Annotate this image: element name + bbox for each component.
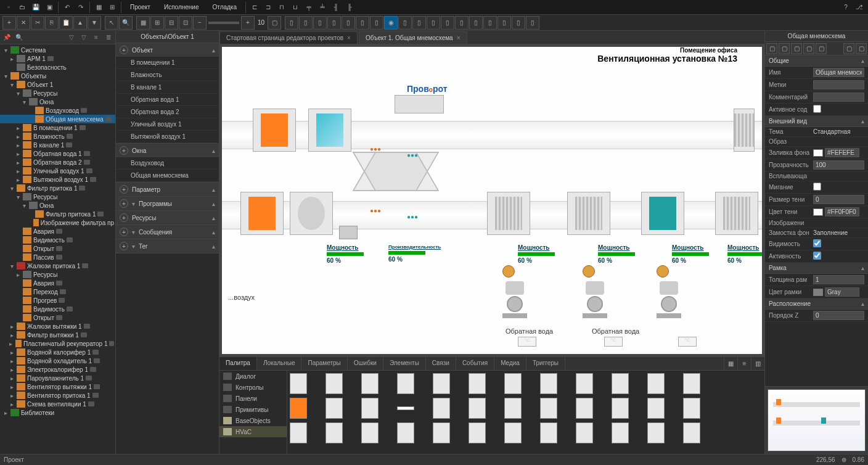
pal-item[interactable] <box>361 422 379 443</box>
tab-mnemo[interactable]: Объект 1. Общая мнемосхема× <box>359 31 467 44</box>
tool-zoomin-icon[interactable]: + <box>241 16 255 30</box>
tool-zoom-icon[interactable]: 🔍 <box>119 16 133 30</box>
pal-item[interactable] <box>433 422 450 443</box>
tool-add-icon[interactable]: + <box>2 16 16 30</box>
prop-name-input[interactable] <box>813 68 864 77</box>
pal-tab-triggers[interactable]: Триггеры <box>526 357 565 370</box>
pal-cat-hvac[interactable]: HVaC <box>219 426 287 437</box>
pal-item[interactable] <box>397 406 414 410</box>
props-sec-frame[interactable]: Рамка▴ <box>765 263 868 274</box>
pal-item[interactable] <box>290 373 307 394</box>
mid-item[interactable]: Влажность <box>116 69 219 81</box>
tool-front-icon[interactable]: ▲ <box>73 16 87 30</box>
pal-item[interactable] <box>576 373 593 394</box>
tool-pointer-icon[interactable]: ↖ <box>105 16 118 30</box>
mid-sec-resources[interactable]: +Ресурсы▴ <box>116 211 219 224</box>
pal-tab-events[interactable]: События <box>456 357 494 370</box>
pal-item[interactable] <box>504 373 522 394</box>
tree-filter2-icon[interactable]: ▽ <box>78 32 89 43</box>
tool-a2-icon[interactable]: ▯ <box>299 16 313 30</box>
pal-tab-errors[interactable]: Ошибки <box>348 357 383 370</box>
rp-btn6-icon[interactable]: ▢ <box>843 43 854 54</box>
rp-btn7-icon[interactable]: ▢ <box>856 43 867 54</box>
tree-pin-icon[interactable]: 📌 <box>1 32 12 43</box>
tool-a8-icon[interactable]: ◉ <box>384 16 398 30</box>
align-icon-8[interactable]: ╟ <box>343 1 356 14</box>
pal-item[interactable] <box>361 398 379 419</box>
pal-item[interactable] <box>647 373 665 394</box>
mid-sec-param[interactable]: +Параметр▴ <box>116 183 219 196</box>
extra-icon[interactable]: ⎇ <box>853 1 866 14</box>
align-icon-6[interactable]: ╧ <box>316 1 329 14</box>
pal-item[interactable] <box>540 373 557 394</box>
view-cols-icon[interactable]: ▥ <box>751 357 764 370</box>
undo-icon[interactable]: ↶ <box>61 1 73 14</box>
pal-cat-primitives[interactable]: Примитивы <box>219 404 287 415</box>
tool-a17-icon[interactable]: ▯ <box>512 16 525 30</box>
tool-a12-icon[interactable]: ▯ <box>441 16 454 30</box>
mid-item[interactable]: Вытяжной воздух 1 <box>116 131 219 143</box>
mid-item[interactable]: Обратная вода 2 <box>116 106 219 118</box>
pal-item[interactable] <box>433 373 450 394</box>
pal-tab-elements[interactable]: Элементы <box>383 357 426 370</box>
pal-item[interactable] <box>290 422 307 443</box>
tree-search-icon[interactable]: 🔍 <box>14 32 25 43</box>
tool-a11-icon[interactable]: ▯ <box>427 16 440 30</box>
tool-a18-icon[interactable]: ▯ <box>526 16 539 30</box>
mid-item[interactable]: Воздуховод <box>116 157 219 170</box>
align-icon-7[interactable]: ╢ <box>330 1 342 14</box>
props-sec-general[interactable]: Общие▴ <box>765 56 868 67</box>
pal-item[interactable] <box>397 422 414 443</box>
pal-item[interactable] <box>361 373 379 394</box>
props-sec-appearance[interactable]: Внешний вид▴ <box>765 116 868 127</box>
tool-a7-icon[interactable]: ▯ <box>370 16 383 30</box>
prop-blink-checkbox[interactable] <box>813 183 821 191</box>
pal-cat-panels[interactable]: Панели <box>219 393 287 404</box>
pal-item[interactable] <box>576 422 593 443</box>
tool-a9-icon[interactable]: ▯ <box>398 16 412 30</box>
tab-startpage[interactable]: Стартовая страница редактора проектов× <box>219 31 358 44</box>
pal-tab-local[interactable]: Локальные <box>257 357 302 370</box>
tool-zoomout-icon[interactable]: − <box>193 16 207 30</box>
rp-btn4-icon[interactable]: ▢ <box>803 43 814 54</box>
pal-item[interactable] <box>290 398 307 419</box>
pal-item[interactable] <box>469 422 486 443</box>
view-list-icon[interactable]: ≡ <box>737 357 751 370</box>
tool-grid2-icon[interactable]: ⊞ <box>150 16 164 30</box>
tool-back-icon[interactable]: ▼ <box>88 16 101 30</box>
prop-shadowsize-input[interactable] <box>813 195 864 204</box>
zoom-slider[interactable] <box>208 22 239 24</box>
close-icon[interactable]: × <box>457 35 461 41</box>
pal-item[interactable] <box>469 373 486 394</box>
mid-item[interactable]: Уличный воздух 1 <box>116 118 219 131</box>
file-saveall-icon[interactable]: ▣ <box>43 1 55 14</box>
pal-item[interactable] <box>469 398 486 419</box>
mid-sec-windows[interactable]: +Окна▴ <box>116 144 219 157</box>
grid-icon[interactable]: ▦ <box>92 1 105 14</box>
align-icon-5[interactable]: ╤ <box>303 1 315 14</box>
prop-tags-input[interactable] <box>813 80 864 89</box>
pal-item[interactable] <box>683 373 700 394</box>
menu-debug[interactable]: Отладка <box>207 1 244 13</box>
rp-btn5-icon[interactable]: ▢ <box>816 43 827 54</box>
rp-btn3-icon[interactable]: ▢ <box>791 43 802 54</box>
tree-collapse-icon[interactable]: ≡ <box>91 32 102 43</box>
file-new-icon[interactable]: ▫ <box>2 1 15 14</box>
tool-grid4-icon[interactable]: ⊡ <box>179 16 192 30</box>
mnemo-canvas[interactable]: Помещение офиса Вентиляционная установка… <box>222 47 762 354</box>
pal-cat-base[interactable]: BaseObjects <box>219 415 287 426</box>
mid-sec-object[interactable]: +Объект▴ <box>116 43 219 57</box>
mid-item[interactable]: Обратная вода 1 <box>116 94 219 106</box>
pal-item[interactable] <box>683 422 700 443</box>
mid-sec-messages[interactable]: +▾Сообщения▴ <box>116 225 219 239</box>
align-icon-1[interactable]: ⊏ <box>248 1 261 14</box>
prop-shadowcolor-input[interactable] <box>825 207 859 216</box>
tree-body[interactable]: ▾Система ▸АРМ 1 Безопасность ▾Объекты ▾О… <box>0 44 115 454</box>
tool-grid3-icon[interactable]: ⊟ <box>165 16 178 30</box>
pal-item[interactable] <box>326 373 343 394</box>
props-sec-position[interactable]: Расположение▴ <box>765 298 868 310</box>
pal-tab-links[interactable]: Связи <box>426 357 456 370</box>
tool-fit-icon[interactable]: ▢ <box>268 16 281 30</box>
mid-item[interactable]: В помещении 1 <box>116 57 219 69</box>
prop-thickness-input[interactable] <box>813 275 864 284</box>
